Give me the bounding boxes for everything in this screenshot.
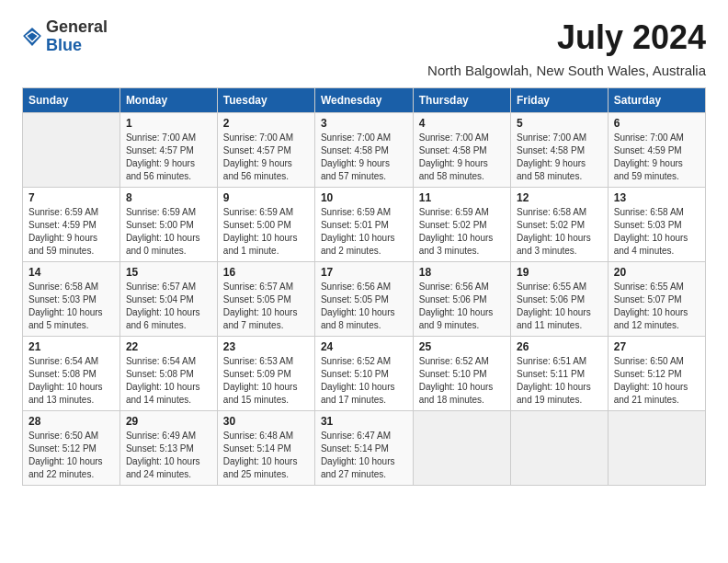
- logo-blue-text: Blue: [46, 37, 108, 55]
- day-number: 3: [321, 117, 407, 130]
- day-info: Sunrise: 6:58 AM Sunset: 5:03 PM Dayligh…: [614, 206, 700, 258]
- day-number: 9: [223, 191, 309, 204]
- month-title: July 2024: [557, 18, 706, 57]
- day-info: Sunrise: 6:56 AM Sunset: 5:06 PM Dayligh…: [419, 281, 505, 332]
- day-number: 7: [28, 191, 114, 204]
- logo-text: General Blue: [46, 18, 108, 55]
- day-number: 24: [321, 340, 407, 353]
- day-number: 27: [614, 340, 700, 353]
- day-info: Sunrise: 6:53 AM Sunset: 5:09 PM Dayligh…: [223, 355, 309, 407]
- table-row: 2Sunrise: 7:00 AM Sunset: 4:57 PM Daylig…: [217, 113, 314, 188]
- day-info: Sunrise: 6:54 AM Sunset: 5:08 PM Dayligh…: [28, 355, 114, 407]
- day-number: 8: [126, 191, 211, 204]
- col-sunday: Sunday: [23, 88, 120, 113]
- day-info: Sunrise: 7:00 AM Sunset: 4:57 PM Dayligh…: [223, 132, 309, 183]
- table-row: 13Sunrise: 6:58 AM Sunset: 5:03 PM Dayli…: [608, 188, 705, 262]
- table-row: 23Sunrise: 6:53 AM Sunset: 5:09 PM Dayli…: [217, 337, 314, 411]
- table-row: 8Sunrise: 6:59 AM Sunset: 5:00 PM Daylig…: [119, 188, 217, 262]
- day-info: Sunrise: 6:48 AM Sunset: 5:14 PM Dayligh…: [223, 430, 309, 481]
- title-group: July 2024: [557, 18, 706, 57]
- day-info: Sunrise: 6:52 AM Sunset: 5:10 PM Dayligh…: [419, 355, 505, 407]
- table-row: 31Sunrise: 6:47 AM Sunset: 5:14 PM Dayli…: [314, 411, 413, 486]
- table-row: 11Sunrise: 6:59 AM Sunset: 5:02 PM Dayli…: [413, 188, 510, 262]
- day-info: Sunrise: 6:50 AM Sunset: 5:12 PM Dayligh…: [614, 355, 700, 407]
- day-info: Sunrise: 6:56 AM Sunset: 5:05 PM Dayligh…: [321, 281, 407, 332]
- day-number: 31: [321, 415, 407, 428]
- col-friday: Friday: [511, 88, 609, 113]
- day-info: Sunrise: 7:00 AM Sunset: 4:59 PM Dayligh…: [614, 132, 700, 183]
- table-row: 6Sunrise: 7:00 AM Sunset: 4:59 PM Daylig…: [608, 113, 705, 188]
- calendar-week-row: 1Sunrise: 7:00 AM Sunset: 4:57 PM Daylig…: [23, 113, 706, 188]
- day-number: 21: [28, 340, 114, 353]
- day-number: 12: [517, 191, 602, 204]
- day-number: 30: [223, 415, 309, 428]
- table-row: 9Sunrise: 6:59 AM Sunset: 5:00 PM Daylig…: [217, 188, 314, 262]
- day-number: 20: [614, 266, 700, 279]
- day-info: Sunrise: 6:54 AM Sunset: 5:08 PM Dayligh…: [126, 355, 211, 407]
- day-number: 14: [28, 266, 114, 279]
- day-info: Sunrise: 6:47 AM Sunset: 5:14 PM Dayligh…: [321, 430, 407, 481]
- calendar-week-row: 21Sunrise: 6:54 AM Sunset: 5:08 PM Dayli…: [23, 337, 706, 411]
- calendar-table: Sunday Monday Tuesday Wednesday Thursday…: [22, 87, 706, 486]
- table-row: [413, 411, 510, 486]
- col-thursday: Thursday: [413, 88, 510, 113]
- day-info: Sunrise: 6:49 AM Sunset: 5:13 PM Dayligh…: [126, 430, 211, 481]
- calendar-week-row: 14Sunrise: 6:58 AM Sunset: 5:03 PM Dayli…: [23, 262, 706, 337]
- table-row: 26Sunrise: 6:51 AM Sunset: 5:11 PM Dayli…: [511, 337, 609, 411]
- calendar-week-row: 7Sunrise: 6:59 AM Sunset: 4:59 PM Daylig…: [23, 188, 706, 262]
- day-info: Sunrise: 6:59 AM Sunset: 5:00 PM Dayligh…: [223, 206, 309, 258]
- day-number: 6: [614, 117, 700, 130]
- table-row: 15Sunrise: 6:57 AM Sunset: 5:04 PM Dayli…: [119, 262, 217, 337]
- table-row: 19Sunrise: 6:55 AM Sunset: 5:06 PM Dayli…: [511, 262, 609, 337]
- table-row: 12Sunrise: 6:58 AM Sunset: 5:02 PM Dayli…: [511, 188, 609, 262]
- day-info: Sunrise: 6:50 AM Sunset: 5:12 PM Dayligh…: [28, 430, 114, 481]
- subtitle: North Balgowlah, New South Wales, Austra…: [22, 63, 706, 78]
- calendar-header-row: Sunday Monday Tuesday Wednesday Thursday…: [23, 88, 706, 113]
- table-row: 1Sunrise: 7:00 AM Sunset: 4:57 PM Daylig…: [119, 113, 217, 188]
- day-info: Sunrise: 6:57 AM Sunset: 5:05 PM Dayligh…: [223, 281, 309, 332]
- table-row: 27Sunrise: 6:50 AM Sunset: 5:12 PM Dayli…: [608, 337, 705, 411]
- table-row: 3Sunrise: 7:00 AM Sunset: 4:58 PM Daylig…: [314, 113, 413, 188]
- header: General Blue July 2024: [22, 18, 706, 57]
- col-saturday: Saturday: [608, 88, 705, 113]
- day-number: 22: [126, 340, 211, 353]
- day-info: Sunrise: 6:58 AM Sunset: 5:02 PM Dayligh…: [517, 206, 602, 258]
- table-row: 22Sunrise: 6:54 AM Sunset: 5:08 PM Dayli…: [119, 337, 217, 411]
- day-number: 2: [223, 117, 309, 130]
- table-row: 16Sunrise: 6:57 AM Sunset: 5:05 PM Dayli…: [217, 262, 314, 337]
- day-number: 5: [517, 117, 602, 130]
- table-row: 29Sunrise: 6:49 AM Sunset: 5:13 PM Dayli…: [119, 411, 217, 486]
- day-number: 15: [126, 266, 211, 279]
- col-tuesday: Tuesday: [217, 88, 314, 113]
- table-row: 30Sunrise: 6:48 AM Sunset: 5:14 PM Dayli…: [217, 411, 314, 486]
- logo-icon: [22, 27, 42, 47]
- calendar-week-row: 28Sunrise: 6:50 AM Sunset: 5:12 PM Dayli…: [23, 411, 706, 486]
- table-row: 10Sunrise: 6:59 AM Sunset: 5:01 PM Dayli…: [314, 188, 413, 262]
- day-number: 28: [28, 415, 114, 428]
- day-number: 17: [321, 266, 407, 279]
- day-info: Sunrise: 6:55 AM Sunset: 5:07 PM Dayligh…: [614, 281, 700, 332]
- table-row: [23, 113, 120, 188]
- day-number: 4: [419, 117, 505, 130]
- table-row: 25Sunrise: 6:52 AM Sunset: 5:10 PM Dayli…: [413, 337, 510, 411]
- table-row: 20Sunrise: 6:55 AM Sunset: 5:07 PM Dayli…: [608, 262, 705, 337]
- day-number: 26: [517, 340, 602, 353]
- day-info: Sunrise: 7:00 AM Sunset: 4:58 PM Dayligh…: [321, 132, 407, 183]
- table-row: [511, 411, 609, 486]
- page-container: General Blue July 2024 North Balgowlah, …: [22, 18, 706, 486]
- table-row: [608, 411, 705, 486]
- table-row: 5Sunrise: 7:00 AM Sunset: 4:58 PM Daylig…: [511, 113, 609, 188]
- day-info: Sunrise: 6:59 AM Sunset: 5:00 PM Dayligh…: [126, 206, 211, 258]
- table-row: 24Sunrise: 6:52 AM Sunset: 5:10 PM Dayli…: [314, 337, 413, 411]
- day-info: Sunrise: 7:00 AM Sunset: 4:57 PM Dayligh…: [126, 132, 211, 183]
- day-info: Sunrise: 7:00 AM Sunset: 4:58 PM Dayligh…: [517, 132, 602, 183]
- day-number: 23: [223, 340, 309, 353]
- day-number: 13: [614, 191, 700, 204]
- day-number: 19: [517, 266, 602, 279]
- day-number: 16: [223, 266, 309, 279]
- day-info: Sunrise: 6:59 AM Sunset: 5:02 PM Dayligh…: [419, 206, 505, 258]
- col-monday: Monday: [119, 88, 217, 113]
- day-info: Sunrise: 6:59 AM Sunset: 4:59 PM Dayligh…: [28, 206, 114, 258]
- day-info: Sunrise: 6:59 AM Sunset: 5:01 PM Dayligh…: [321, 206, 407, 258]
- day-number: 25: [419, 340, 505, 353]
